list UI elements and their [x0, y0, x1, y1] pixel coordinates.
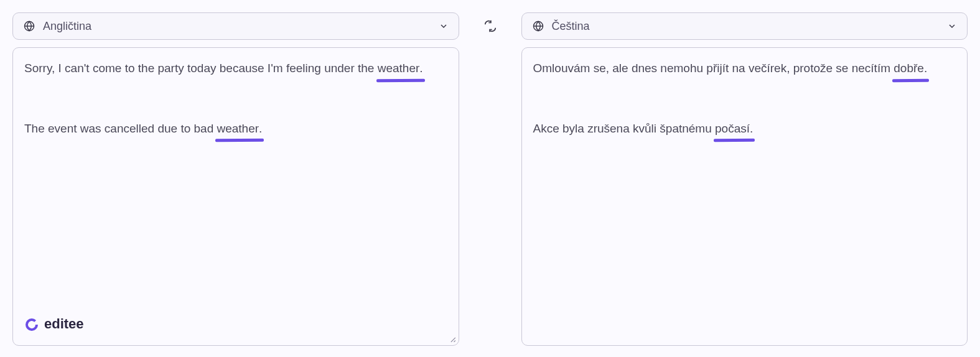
swap-languages-button[interactable]: [482, 17, 499, 35]
highlighted-word: počasí: [715, 121, 750, 137]
target-sentence-1: Omlouvám se, ale dnes nemohu přijít na v…: [533, 60, 956, 77]
swap-icon: [483, 19, 497, 33]
source-sentence-1: Sorry, I can't come to the party today b…: [24, 60, 447, 77]
target-sentence-2: Akce byla zrušena kvůli špatnému počasí.: [533, 121, 956, 137]
brand-name: editee: [44, 315, 84, 334]
highlighted-word: weather: [378, 60, 420, 77]
resize-handle-icon[interactable]: [447, 334, 456, 343]
source-language-label: Angličtina: [43, 20, 91, 33]
source-language-select[interactable]: Angličtina: [12, 12, 459, 40]
chevron-down-icon: [439, 21, 449, 31]
brand-logo: editee: [24, 315, 84, 334]
chevron-down-icon: [947, 21, 957, 31]
source-panel: Angličtina Sorry, I can't come to the pa…: [12, 12, 459, 346]
highlighted-word: weather: [217, 121, 259, 137]
source-textarea[interactable]: Sorry, I can't come to the party today b…: [12, 47, 459, 346]
globe-icon: [532, 20, 544, 32]
target-language-select[interactable]: Čeština: [521, 12, 968, 40]
highlighted-word: dobře: [894, 60, 924, 77]
target-textarea[interactable]: Omlouvám se, ale dnes nemohu přijít na v…: [521, 47, 968, 346]
editee-icon: [24, 317, 39, 332]
globe-icon: [23, 20, 35, 32]
target-language-label: Čeština: [552, 20, 590, 33]
target-panel: Čeština Omlouvám se, ale dnes nemohu při…: [521, 12, 968, 346]
source-sentence-2: The event was cancelled due to bad weath…: [24, 121, 447, 137]
